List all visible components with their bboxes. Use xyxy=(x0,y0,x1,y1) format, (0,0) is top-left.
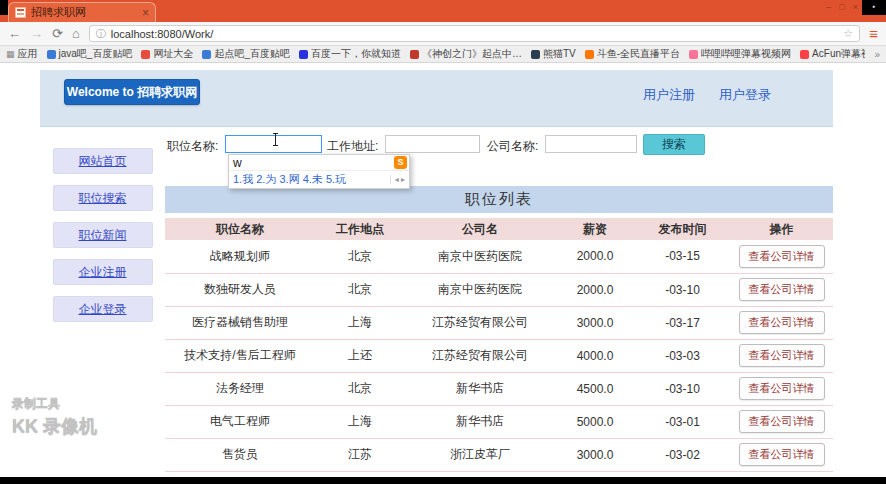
bookmark-item[interactable]: 网址大全 xyxy=(141,47,193,61)
view-company-button[interactable]: 查看公司详情 xyxy=(739,377,825,400)
table-header-cell: 薪资 xyxy=(555,218,635,240)
sidebar-item-1[interactable]: 网站首页 xyxy=(53,148,153,174)
company-cell: 南京中医药医院 xyxy=(405,273,555,306)
refresh-icon[interactable]: ⟳ xyxy=(52,27,63,40)
sidebar-item-5[interactable]: 企业登录 xyxy=(53,296,153,322)
action-cell: 查看公司详情 xyxy=(730,339,833,372)
table-row: 战略规划师北京南京中医药医院2000.0-03-15查看公司详情 xyxy=(165,240,833,273)
bookmarks-overflow-icon[interactable]: » xyxy=(874,49,880,60)
bookmark-label: 起点吧_百度贴吧 xyxy=(214,47,290,61)
user-login-link[interactable]: 用户登录 xyxy=(719,86,771,104)
work-place-cell: 北京 xyxy=(315,240,405,273)
bookmark-item[interactable]: 哔哩哔哩弹幕视频网 xyxy=(689,47,791,61)
welcome-banner: Welcome to 招聘求职网 xyxy=(64,79,200,105)
bookmark-label: 百度一下，你就知道 xyxy=(311,47,401,61)
action-cell: 查看公司详情 xyxy=(730,438,833,471)
company-cell: 新华书店 xyxy=(405,405,555,438)
tab-close-icon[interactable]: × xyxy=(142,7,149,19)
action-cell: 查看公司详情 xyxy=(730,240,833,273)
publish-date-cell: -03-02 xyxy=(635,438,730,471)
tab-title: 招聘求职网 xyxy=(31,5,137,20)
home-icon[interactable]: ⌂ xyxy=(72,27,80,40)
sidebar-item-2[interactable]: 职位搜索 xyxy=(53,185,153,211)
sidebar-item-4[interactable]: 企业注册 xyxy=(53,259,153,285)
work-place-cell: 江苏 xyxy=(315,438,405,471)
bookmark-item[interactable]: 百度一下，你就知道 xyxy=(299,47,401,61)
table-header-cell: 公司名 xyxy=(405,218,555,240)
table-row: 数独研发人员北京南京中医药医院2000.0-03-10查看公司详情 xyxy=(165,273,833,306)
table-header-cell: 职位名称 xyxy=(165,218,315,240)
view-company-button[interactable]: 查看公司详情 xyxy=(739,311,825,334)
bookmark-label: 熊猫TV xyxy=(543,47,576,61)
browser-tab[interactable]: 招聘求职网 × xyxy=(8,2,156,22)
sidebar-item-3[interactable]: 职位新闻 xyxy=(53,222,153,248)
apps-shortcut[interactable]: ▦ 应用 xyxy=(6,47,38,61)
job-name-cell: 电气工程师 xyxy=(165,405,315,438)
bookmark-star-icon[interactable]: ☆ xyxy=(843,27,853,40)
ime-candidate-list[interactable]: 1.我 2.为 3.网 4.未 5.玩 xyxy=(233,172,346,187)
view-company-button[interactable]: 查看公司详情 xyxy=(739,410,825,433)
back-icon[interactable]: ← xyxy=(8,27,21,40)
bookmark-favicon xyxy=(47,50,56,59)
bookmark-item[interactable]: AcFun弹幕视频网 xyxy=(800,47,865,61)
salary-cell: 4500.0 xyxy=(555,372,635,405)
table-row: 技术支持/售后工程师上还江苏经贸有限公司4000.0-03-03查看公司详情 xyxy=(165,339,833,372)
bookmark-item[interactable]: java吧_百度贴吧 xyxy=(47,47,133,61)
bookmark-item[interactable]: 斗鱼-全民直播平台 xyxy=(585,47,680,61)
search-button[interactable]: 搜索 xyxy=(643,134,705,155)
table-row: 售货员江苏浙江皮革厂3000.0-03-02查看公司详情 xyxy=(165,438,833,471)
window-close-button[interactable]: × xyxy=(853,2,858,12)
window-maximize-button[interactable]: □ xyxy=(839,2,844,12)
address-bar[interactable]: ⓘ localhost:8080/Work/ ☆ xyxy=(89,25,860,42)
bookmark-item[interactable]: 熊猫TV xyxy=(531,47,576,61)
bookmark-label: 哔哩哔哩弹幕视频网 xyxy=(701,47,791,61)
company-name-input[interactable] xyxy=(545,135,637,153)
bookmark-item[interactable]: 《神创之门》起点中… xyxy=(410,47,522,61)
bookmark-favicon xyxy=(800,50,809,59)
bookmark-favicon xyxy=(689,50,698,59)
site-info-icon[interactable]: ⓘ xyxy=(96,27,106,41)
bookmarks-list: java吧_百度贴吧网址大全起点吧_百度贴吧百度一下，你就知道《神创之门》起点中… xyxy=(47,47,866,61)
table-row: 医疗器械销售助理上海江苏经贸有限公司3000.0-03-17查看公司详情 xyxy=(165,306,833,339)
work-place-cell: 北京 xyxy=(315,273,405,306)
view-company-button[interactable]: 查看公司详情 xyxy=(739,443,825,466)
table-header-cell: 发布时间 xyxy=(635,218,730,240)
watermark-line2: KK 录像机 xyxy=(12,414,97,438)
recorder-overlay: ▪ xyxy=(862,0,886,15)
table-row: 电气工程师上海新华书店5000.0-03-01查看公司详情 xyxy=(165,405,833,438)
browser-toolbar: ← → ⟳ ⌂ ⓘ localhost:8080/Work/ ☆ ≡ xyxy=(0,22,886,46)
bookmarks-bar: ▦ 应用 java吧_百度贴吧网址大全起点吧_百度贴吧百度一下，你就知道《神创之… xyxy=(0,46,886,63)
user-register-link[interactable]: 用户注册 xyxy=(643,86,695,104)
recorder-watermark: 录制工具 KK 录像机 xyxy=(12,395,97,438)
bookmark-item[interactable]: 起点吧_百度贴吧 xyxy=(202,47,290,61)
bookmark-favicon xyxy=(410,50,419,59)
action-cell: 查看公司详情 xyxy=(730,273,833,306)
sogou-ime-icon[interactable]: S xyxy=(394,156,407,169)
table-header-cell: 操作 xyxy=(730,218,833,240)
bookmark-label: 斗鱼-全民直播平台 xyxy=(597,47,680,61)
work-address-input[interactable] xyxy=(385,135,480,153)
forward-icon[interactable]: → xyxy=(30,27,43,40)
view-company-button[interactable]: 查看公司详情 xyxy=(739,245,825,268)
publish-date-cell: -03-17 xyxy=(635,306,730,339)
job-name-label: 职位名称: xyxy=(167,138,218,155)
ime-page-arrows-icon[interactable]: ◂ ▸ xyxy=(390,175,405,184)
action-cell: 查看公司详情 xyxy=(730,405,833,438)
screen-corner xyxy=(0,0,8,15)
ime-candidates[interactable]: 1.我 2.为 3.网 4.未 5.玩 ◂ ▸ xyxy=(229,171,409,188)
apps-label: 应用 xyxy=(18,47,38,61)
work-place-cell: 上海 xyxy=(315,405,405,438)
work-place-cell: 北京 xyxy=(315,372,405,405)
salary-cell: 3000.0 xyxy=(555,438,635,471)
job-name-cell: 战略规划师 xyxy=(165,240,315,273)
view-company-button[interactable]: 查看公司详情 xyxy=(739,344,825,367)
view-company-button[interactable]: 查看公司详情 xyxy=(739,278,825,301)
salary-cell: 5000.0 xyxy=(555,405,635,438)
company-cell: 江苏经贸有限公司 xyxy=(405,306,555,339)
bookmark-label: AcFun弹幕视频网 xyxy=(812,47,865,61)
window-minimize-button[interactable]: – xyxy=(826,2,831,12)
bookmark-label: 网址大全 xyxy=(153,47,193,61)
browser-menu-icon[interactable]: ≡ xyxy=(869,26,878,41)
salary-cell: 2000.0 xyxy=(555,273,635,306)
publish-date-cell: -03-10 xyxy=(635,273,730,306)
